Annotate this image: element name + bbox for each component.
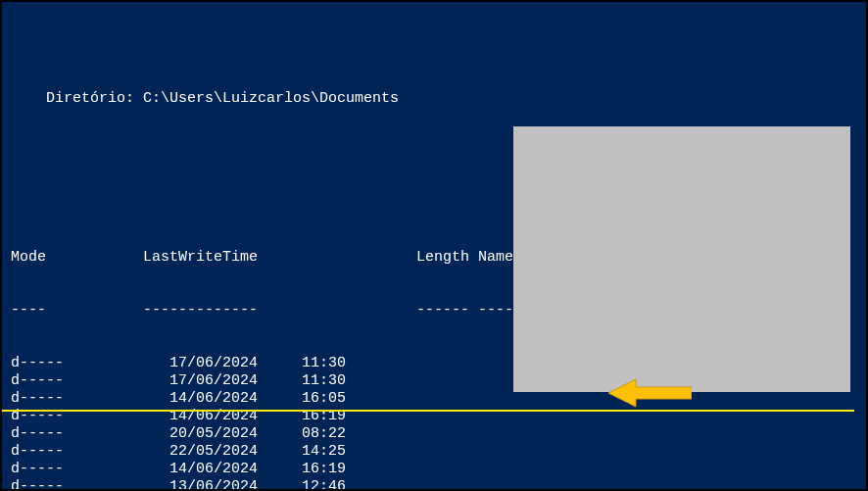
directory-header: Diretório: C:\Users\Luizcarlos\Documents [2,90,866,108]
annotation-arrow [608,375,692,411]
svg-marker-0 [608,379,692,407]
table-row: d-----22/05/202414:25 [2,443,866,461]
table-row: d-----14/06/202416:05 [2,390,866,408]
powershell-terminal[interactable]: Diretório: C:\Users\Luizcarlos\Documents… [2,2,866,489]
highlight-underline [2,410,854,412]
table-row: d-----14/06/202416:19 [2,461,866,478]
table-row: d-----20/05/202408:22 [2,425,866,443]
table-row: d-----13/06/202412:46 [2,478,866,489]
redacted-area [513,126,850,392]
